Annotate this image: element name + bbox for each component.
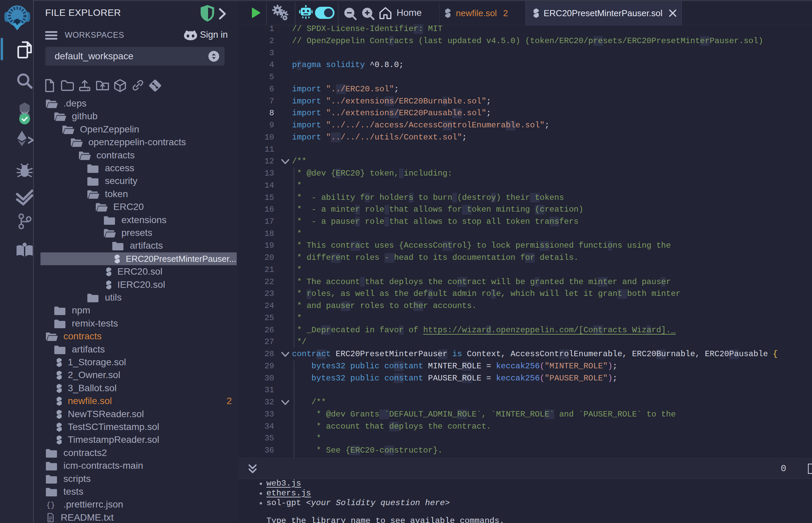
svg-text:{}: {} xyxy=(46,501,55,509)
